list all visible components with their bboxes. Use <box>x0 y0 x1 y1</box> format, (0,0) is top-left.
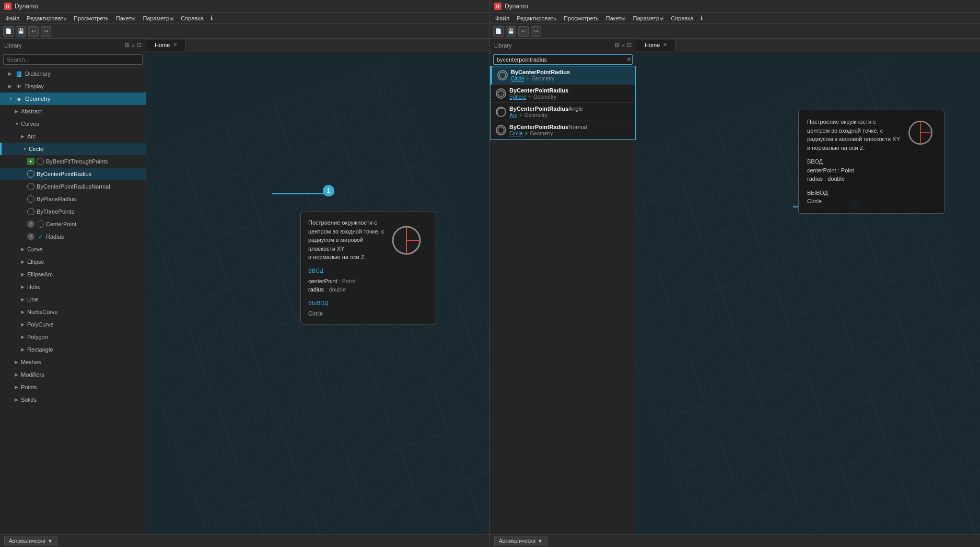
menu-edit-right[interactable]: Редактировать <box>514 14 559 22</box>
result-plus-1: + <box>527 76 530 82</box>
label-dictionary: Dictionary <box>25 71 51 77</box>
tree-item-bycenterpointradiusnormal[interactable]: ByCenterPointRadiusNormal <box>0 180 146 193</box>
left-tooltip: Построение окружности с центром во входн… <box>300 212 436 324</box>
menu-file-left[interactable]: Файл <box>2 14 22 22</box>
search-clear-icon[interactable]: ✕ <box>626 56 632 63</box>
tree-item-points[interactable]: ▶ Points <box>0 381 146 393</box>
result-geo-4: Geometry <box>530 131 553 136</box>
chevron-ellipsearc: ▶ <box>21 272 27 277</box>
left-auto-button[interactable]: Автоматически ▼ <box>4 537 57 545</box>
tree-item-bycenterpointradius[interactable]: ByCenterPointRadius <box>0 168 146 180</box>
menu-help-right[interactable]: Справка <box>668 14 696 22</box>
right-home-tab[interactable]: Home ✕ <box>636 40 676 51</box>
menu-packages-left[interactable]: Пакеты <box>113 14 139 22</box>
menu-info-right[interactable]: ℹ <box>697 14 706 22</box>
right-tab-close[interactable]: ✕ <box>663 42 667 48</box>
tree-item-solids[interactable]: ▶ Solids <box>0 393 146 406</box>
chevron-curve: ▶ <box>21 247 27 252</box>
menu-help-left[interactable]: Справка <box>178 14 206 22</box>
tree-item-line[interactable]: ▶ Line <box>0 293 146 306</box>
menu-view-right[interactable]: Просмотреть <box>561 14 602 22</box>
tree-item-ellipsearc[interactable]: ▶ EllipseArc <box>0 268 146 281</box>
tree-item-ellipse[interactable]: ▶ Ellipse <box>0 255 146 268</box>
tree-item-nurbscurve[interactable]: ▶ NurbsCurve <box>0 306 146 318</box>
chevron-rectangle: ▶ <box>21 347 27 352</box>
right-toolbar-btn-3[interactable]: ↩ <box>518 26 529 37</box>
toolbar-btn-2[interactable]: 💾 <box>16 26 26 37</box>
tree-item-meshes[interactable]: ▶ Meshes <box>0 356 146 368</box>
tree-item-polygon[interactable]: ▶ Polygon <box>0 331 146 343</box>
right-auto-arrow: ▼ <box>538 538 543 544</box>
result-icon-2 <box>496 88 506 99</box>
tree-item-polycurve[interactable]: ▶ PolyCurve <box>0 318 146 331</box>
menu-edit-left[interactable]: Редактировать <box>24 14 69 22</box>
tooltip-output-label-right: ВЫВОД <box>807 189 936 197</box>
result-text-4: ByCenterPointRadiusNormal Circle + Geome… <box>509 124 630 136</box>
tree-item-display[interactable]: ▶ 👁 Display <box>0 80 146 92</box>
chevron-polycurve: ▶ <box>21 322 27 327</box>
tree-item-curves[interactable]: ▼ Curves <box>0 118 146 130</box>
result-bycenterpointradiusnormal[interactable]: ByCenterPointRadiusNormal Circle + Geome… <box>491 121 635 139</box>
result-cat-circle-2[interactable]: Circle <box>509 131 523 136</box>
menu-file-right[interactable]: Файл <box>492 14 512 22</box>
result-label-4: ByCenterPointRadiusNormal <box>509 124 630 130</box>
menu-params-right[interactable]: Параметры <box>629 14 667 22</box>
toolbar-btn-4[interactable]: ↪ <box>41 26 51 37</box>
menu-params-left[interactable]: Параметры <box>139 14 177 22</box>
result-sub-3: Arc + Geometry <box>509 112 630 118</box>
left-search-input[interactable] <box>3 54 143 65</box>
add-icon-bybestfit[interactable]: + <box>27 158 34 165</box>
result-cat-sphere[interactable]: Sphere <box>509 94 526 100</box>
menu-info-left[interactable]: ℹ <box>207 14 216 22</box>
expand-icon-left[interactable]: ⊡ <box>137 42 142 49</box>
result-cat-circle[interactable]: Circle <box>511 76 524 82</box>
tree-item-centerpoint[interactable]: ? CenterPoint <box>0 218 146 230</box>
result-bycenterpointradius-circle[interactable]: ByCenterPointRadius Circle + Geometry <box>491 66 635 85</box>
menu-packages-right[interactable]: Пакеты <box>603 14 629 22</box>
left-library-tree: ▶ 📘 Dictionary ▶ 👁 Display ▼ ◈ Geometry <box>0 67 146 534</box>
label-modifiers: Modifiers <box>21 371 44 378</box>
toolbar-btn-1[interactable]: 📄 <box>3 26 14 37</box>
tree-item-curve[interactable]: ▶ Curve <box>0 243 146 255</box>
expand-icon-right[interactable]: ⊡ <box>627 42 632 49</box>
tree-item-byplaneradius[interactable]: ByPlaneRadius <box>0 193 146 205</box>
filter-icon-left[interactable]: ⊞ <box>125 42 130 49</box>
tree-item-abstract[interactable]: ▶ Abstract <box>0 105 146 118</box>
right-auto-button[interactable]: Автоматически ▼ <box>494 537 547 545</box>
right-search-input[interactable] <box>493 54 633 65</box>
result-icon-1 <box>497 70 508 80</box>
right-content: Library ⊞ ≡ ⊡ ✕ <box>490 39 980 534</box>
list-icon-right[interactable]: ≡ <box>622 42 625 49</box>
icon-geometry: ◈ <box>15 95 23 103</box>
right-toolbar-btn-4[interactable]: ↪ <box>531 26 541 37</box>
left-content: Library ⊞ ≡ ⊡ ▶ 📘 Dictionary <box>0 39 489 534</box>
menu-view-left[interactable]: Просмотреть <box>71 14 112 22</box>
tree-item-modifiers[interactable]: ▶ Modifiers <box>0 368 146 381</box>
label-centerpoint: CenterPoint <box>46 221 76 227</box>
tree-item-bybestfit[interactable]: + ByBestFitThroughPoints <box>0 155 146 168</box>
toolbar-btn-3[interactable]: ↩ <box>28 26 39 37</box>
tree-item-dictionary[interactable]: ▶ 📘 Dictionary <box>0 67 146 80</box>
right-search-results: ByCenterPointRadius Circle + Geometry <box>490 66 636 140</box>
tree-item-rectangle[interactable]: ▶ Rectangle <box>0 343 146 356</box>
chevron-solids: ▶ <box>15 397 21 402</box>
label-geometry: Geometry <box>25 96 50 102</box>
list-icon-left[interactable]: ≡ <box>132 42 135 49</box>
tree-item-bythreepoints[interactable]: ByThreePoints <box>0 205 146 218</box>
right-toolbar-btn-1[interactable]: 📄 <box>493 26 504 37</box>
result-bycenterpointradius-sphere[interactable]: ByCenterPointRadius Sphere + Geometry <box>491 85 635 103</box>
tree-item-radius[interactable]: ? ✓ Radius <box>0 230 146 243</box>
left-tab-close[interactable]: ✕ <box>173 42 177 48</box>
tree-item-geometry[interactable]: ▼ ◈ Geometry <box>0 92 146 105</box>
result-bycenterpointradiusangle[interactable]: ByCenterPointRadiusAngle Arc + Geometry <box>491 103 635 121</box>
filter-icon-right[interactable]: ⊞ <box>615 42 620 49</box>
tree-item-circle[interactable]: ▼ Circle <box>0 143 146 155</box>
label-arc: Arc <box>27 133 36 139</box>
tree-item-helix[interactable]: ▶ Helix <box>0 281 146 293</box>
result-cat-arc[interactable]: Arc <box>509 112 517 118</box>
tree-item-arc[interactable]: ▶ Arc <box>0 130 146 143</box>
right-canvas: Home ✕ <box>636 39 980 534</box>
left-grid: 1 Построение окружности с центром во вхо… <box>146 52 489 534</box>
right-toolbar-btn-2[interactable]: 💾 <box>506 26 516 37</box>
left-home-tab[interactable]: Home ✕ <box>146 40 186 51</box>
